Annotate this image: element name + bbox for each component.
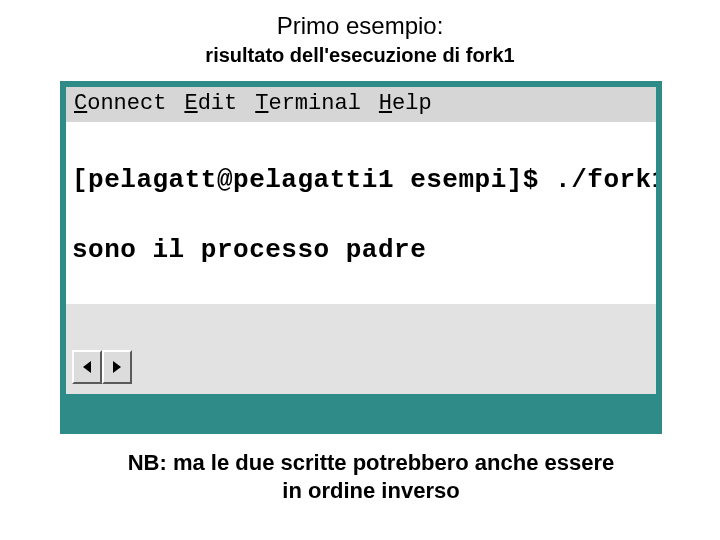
menu-connect-ul: C [74, 91, 87, 116]
menu-terminal-ul: T [255, 91, 268, 116]
svg-marker-0 [83, 361, 91, 373]
svg-marker-1 [113, 361, 121, 373]
terminal-output: [pelagatt@pelagatti1 esempi]$ ./fork1 so… [66, 122, 656, 304]
footnote: NB: ma le due scritte potrebbero anche e… [0, 449, 720, 504]
menu-help[interactable]: Help [379, 91, 432, 116]
menu-help-rest: elp [392, 91, 432, 116]
menu-terminal[interactable]: Terminal [255, 91, 361, 116]
term-line: [pelagatt@pelagatti1 esempi]$ ./fork1 [72, 163, 650, 198]
scroll-left-button[interactable] [72, 350, 102, 384]
menu-terminal-rest: erminal [268, 91, 360, 116]
window-bottom-bar [66, 394, 656, 428]
footnote-line2: in ordine inverso [62, 477, 680, 505]
menu-edit[interactable]: Edit [184, 91, 237, 116]
terminal-window-inner: Connect Edit Terminal Help [pelagatt@pel… [66, 87, 656, 394]
term-line: sono il processo padre [72, 233, 650, 268]
menu-connect-rest: onnect [87, 91, 166, 116]
menu-edit-ul: E [184, 91, 197, 116]
scroll-area [66, 304, 656, 394]
footnote-line1: NB: ma le due scritte potrebbero anche e… [62, 449, 680, 477]
triangle-right-icon [111, 360, 123, 374]
slide-title: Primo esempio: [0, 0, 720, 40]
menu-edit-rest: dit [198, 91, 238, 116]
menu-bar: Connect Edit Terminal Help [66, 87, 656, 122]
menu-connect[interactable]: Connect [74, 91, 166, 116]
menu-help-ul: H [379, 91, 392, 116]
terminal-window: Connect Edit Terminal Help [pelagatt@pel… [60, 81, 662, 434]
triangle-left-icon [81, 360, 93, 374]
slide-subtitle: risultato dell'esecuzione di fork1 [0, 40, 720, 81]
scroll-buttons [72, 350, 132, 384]
scroll-right-button[interactable] [102, 350, 132, 384]
